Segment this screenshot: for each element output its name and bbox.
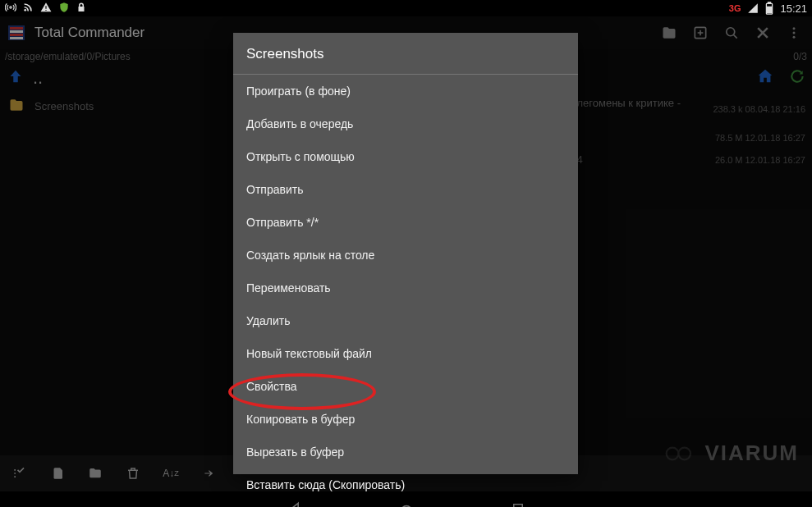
network-label: 3G	[729, 3, 741, 13]
ctx-open-with[interactable]: Открыть с помощью	[233, 140, 578, 173]
ctx-copy-clip[interactable]: Копировать в буфер	[233, 403, 578, 436]
ctx-shortcut[interactable]: Создать ярлык на столе	[233, 239, 578, 272]
ctx-send[interactable]: Отправить	[233, 173, 578, 206]
lock-icon	[76, 2, 86, 16]
ctx-send-any[interactable]: Отправить */*	[233, 206, 578, 239]
ctx-cut-clip[interactable]: Вырезать в буфер	[233, 436, 578, 468]
svg-point-1	[24, 9, 26, 11]
ctx-properties[interactable]: Свойства	[233, 370, 578, 403]
ctx-delete[interactable]: Удалить	[233, 304, 578, 337]
clock: 15:21	[780, 2, 807, 15]
warning-icon	[40, 2, 52, 16]
signal-icon	[747, 2, 759, 14]
watermark-text: VIARUM	[704, 441, 799, 466]
context-menu-title: Screenshots	[233, 33, 578, 75]
ctx-rename[interactable]: Переименовать	[233, 272, 578, 304]
rss-icon	[23, 2, 34, 15]
ctx-new-txt[interactable]: Новый текстовый файл	[233, 337, 578, 370]
context-menu: Screenshots Проиграть (в фоне) Добавить …	[233, 33, 578, 474]
watermark: VIARUM	[663, 441, 799, 466]
svg-rect-3	[768, 2, 771, 4]
ctx-paste-here[interactable]: Вставить сюда (Скопировать)	[233, 468, 578, 501]
status-bar: 3G 15:21	[0, 0, 812, 16]
ctx-enqueue[interactable]: Добавить в очередь	[233, 107, 578, 140]
battery-icon	[765, 2, 773, 15]
status-right: 3G 15:21	[729, 2, 807, 15]
ctx-play-bg[interactable]: Проиграть (в фоне)	[233, 75, 578, 107]
shield-icon	[58, 2, 70, 16]
svg-point-0	[10, 6, 11, 7]
status-left	[5, 2, 86, 16]
svg-rect-4	[768, 7, 772, 12]
broadcast-icon	[5, 2, 16, 16]
